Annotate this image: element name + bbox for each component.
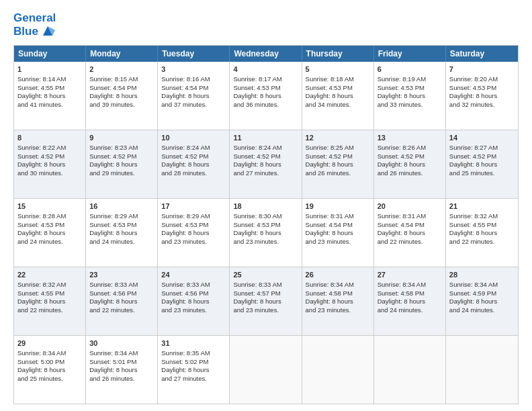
day-info-line: Sunset: 4:53 PM (449, 84, 515, 93)
day-info-line: and 27 minutes. (233, 169, 298, 178)
calendar-cell: 8Sunrise: 8:22 AMSunset: 4:52 PMDaylight… (14, 130, 86, 198)
day-info-line: Sunset: 4:53 PM (161, 221, 226, 230)
day-number: 20 (378, 201, 442, 212)
calendar-cell: 15Sunrise: 8:28 AMSunset: 4:53 PMDayligh… (14, 199, 86, 267)
day-info-line: Sunrise: 8:31 AM (306, 212, 370, 221)
calendar-cell: 2Sunrise: 8:15 AMSunset: 4:54 PMDaylight… (86, 62, 158, 130)
day-info-line: Sunset: 4:52 PM (89, 152, 154, 161)
day-info-line: Sunrise: 8:31 AM (378, 212, 442, 221)
calendar-cell: 14Sunrise: 8:27 AMSunset: 4:52 PMDayligh… (446, 130, 518, 198)
day-info-line: Daylight: 8 hours (17, 366, 82, 375)
day-info-line: Sunrise: 8:26 AM (378, 144, 442, 152)
day-info-line: Sunrise: 8:24 AM (161, 144, 226, 152)
day-info-line: and 26 minutes. (378, 169, 442, 178)
day-info-line: and 23 minutes. (306, 306, 370, 315)
day-number: 16 (89, 201, 154, 212)
day-info-line: Sunset: 5:00 PM (17, 358, 82, 367)
day-info-line: and 27 minutes. (161, 375, 226, 383)
day-info-line: Daylight: 8 hours (89, 229, 154, 238)
day-number: 2 (89, 64, 154, 75)
day-info-line: and 41 minutes. (17, 101, 82, 109)
day-info-line: Sunset: 4:59 PM (449, 289, 515, 298)
calendar-cell: 9Sunrise: 8:23 AMSunset: 4:52 PMDaylight… (86, 130, 158, 198)
day-info-line: Daylight: 8 hours (17, 229, 82, 238)
day-info-line: Daylight: 8 hours (306, 229, 370, 238)
day-number: 13 (378, 133, 442, 143)
calendar-row-2: 8Sunrise: 8:22 AMSunset: 4:52 PMDaylight… (14, 130, 518, 198)
day-info-line: Daylight: 8 hours (17, 298, 82, 306)
day-info-line: Sunset: 5:01 PM (89, 358, 154, 367)
day-info-line: Sunrise: 8:20 AM (449, 75, 515, 84)
day-info-line: and 22 minutes. (378, 238, 442, 246)
day-number: 4 (233, 64, 298, 75)
day-info-line: Sunrise: 8:17 AM (233, 75, 298, 84)
logo-block: General Blue (13, 12, 56, 38)
page: General Blue SundayMondayTuesdayWednesda… (0, 0, 532, 411)
calendar-cell: 20Sunrise: 8:31 AMSunset: 4:54 PMDayligh… (374, 199, 446, 267)
day-info-line: Sunrise: 8:28 AM (17, 212, 82, 221)
day-info-line: Daylight: 8 hours (306, 161, 370, 169)
day-info-line: Sunset: 5:02 PM (161, 358, 226, 367)
day-info-line: Sunrise: 8:25 AM (306, 144, 370, 152)
day-info-line: Sunset: 4:53 PM (306, 84, 370, 93)
calendar-cell: 12Sunrise: 8:25 AMSunset: 4:52 PMDayligh… (302, 130, 374, 198)
day-info-line: Sunrise: 8:27 AM (449, 144, 515, 152)
day-info-line: Daylight: 8 hours (378, 92, 442, 101)
day-info-line: and 23 minutes. (161, 238, 226, 246)
day-info-line: Sunset: 4:52 PM (306, 152, 370, 161)
day-info-line: Sunset: 4:54 PM (306, 221, 370, 230)
day-info-line: Daylight: 8 hours (161, 229, 226, 238)
day-info-line: Sunset: 4:58 PM (306, 289, 370, 298)
day-info-line: Sunset: 4:54 PM (89, 84, 154, 93)
day-info-line: and 24 minutes. (89, 238, 154, 246)
day-info-line: and 33 minutes. (378, 101, 442, 109)
day-info-line: Sunrise: 8:34 AM (306, 281, 370, 289)
calendar-cell (230, 336, 302, 404)
calendar-cell: 23Sunrise: 8:33 AMSunset: 4:56 PMDayligh… (86, 267, 158, 335)
day-info-line: Sunset: 4:53 PM (89, 221, 154, 230)
calendar-cell: 3Sunrise: 8:16 AMSunset: 4:54 PMDaylight… (158, 62, 230, 130)
day-number: 17 (161, 201, 226, 212)
day-number: 7 (449, 64, 515, 75)
day-info-line: Sunrise: 8:18 AM (306, 75, 370, 84)
day-number: 30 (89, 338, 154, 349)
day-info-line: Sunset: 4:52 PM (233, 152, 298, 161)
calendar-cell (302, 336, 374, 404)
calendar-cell: 10Sunrise: 8:24 AMSunset: 4:52 PMDayligh… (158, 130, 230, 198)
day-info-line: and 23 minutes. (233, 306, 298, 315)
day-info-line: Sunrise: 8:14 AM (17, 75, 82, 84)
day-number: 19 (306, 201, 370, 212)
day-info-line: Sunset: 4:55 PM (449, 221, 515, 230)
day-info-line: Daylight: 8 hours (378, 298, 442, 306)
calendar-cell: 6Sunrise: 8:19 AMSunset: 4:53 PMDaylight… (374, 62, 446, 130)
calendar-row-3: 15Sunrise: 8:28 AMSunset: 4:53 PMDayligh… (14, 198, 518, 267)
day-info-line: Sunset: 4:52 PM (449, 152, 515, 161)
day-number: 11 (233, 133, 298, 143)
day-info-line: Sunrise: 8:34 AM (89, 349, 154, 358)
day-info-line: Sunset: 4:53 PM (233, 221, 298, 230)
calendar-cell: 1Sunrise: 8:14 AMSunset: 4:55 PMDaylight… (14, 62, 86, 130)
day-info-line: and 39 minutes. (89, 101, 154, 109)
day-info-line: Sunset: 4:53 PM (378, 84, 442, 93)
calendar-cell: 26Sunrise: 8:34 AMSunset: 4:58 PMDayligh… (302, 267, 374, 335)
calendar-cell: 22Sunrise: 8:32 AMSunset: 4:55 PMDayligh… (14, 267, 86, 335)
day-info-line: Sunset: 4:55 PM (17, 84, 82, 93)
day-number: 29 (17, 338, 82, 349)
day-info-line: Sunset: 4:53 PM (17, 221, 82, 230)
day-number: 26 (306, 270, 370, 280)
day-info-line: Sunset: 4:56 PM (89, 289, 154, 298)
day-info-line: Sunset: 4:52 PM (378, 152, 442, 161)
calendar-row-4: 22Sunrise: 8:32 AMSunset: 4:55 PMDayligh… (14, 267, 518, 335)
calendar-cell: 13Sunrise: 8:26 AMSunset: 4:52 PMDayligh… (374, 130, 446, 198)
calendar-cell: 21Sunrise: 8:32 AMSunset: 4:55 PMDayligh… (446, 199, 518, 267)
day-number: 3 (161, 64, 226, 75)
calendar-body: 1Sunrise: 8:14 AMSunset: 4:55 PMDaylight… (14, 62, 518, 404)
calendar-cell: 16Sunrise: 8:29 AMSunset: 4:53 PMDayligh… (86, 199, 158, 267)
day-number: 23 (89, 270, 154, 280)
day-info-line: and 26 minutes. (306, 169, 370, 178)
day-info-line: Daylight: 8 hours (89, 92, 154, 101)
day-info-line: and 22 minutes. (89, 306, 154, 315)
day-info-line: Sunset: 4:52 PM (161, 152, 226, 161)
calendar-cell: 4Sunrise: 8:17 AMSunset: 4:53 PMDaylight… (230, 62, 302, 130)
day-number: 28 (449, 270, 515, 280)
